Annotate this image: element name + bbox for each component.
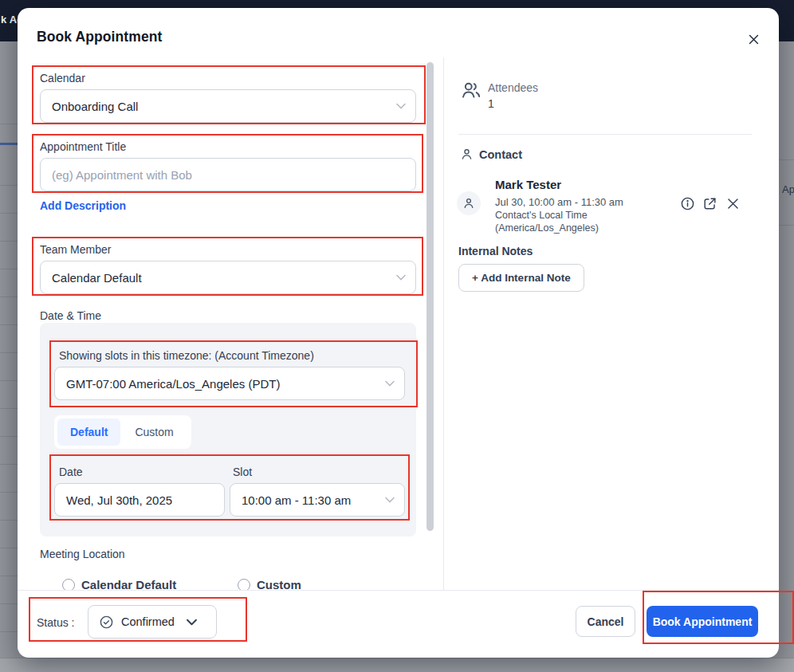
calendar-select-value: Onboarding Call [52,100,138,113]
chevron-down-icon [396,103,406,109]
slot-select-value: 10:00 am - 11:30 am [242,493,351,507]
appointment-title-label: Appointment Title [40,140,126,153]
close-icon[interactable] [741,27,765,51]
background-left-list-rows [0,158,18,672]
calendar-select[interactable]: Onboarding Call [40,89,416,123]
contact-timezone-line2: (America/Los_Angeles) [495,222,599,234]
date-time-section-label: Date & Time [40,309,101,322]
chevron-down-icon [385,497,395,503]
contact-section-label: Contact [479,148,522,161]
timezone-label: Showing slots in this timezone: (Account… [59,349,314,362]
team-member-select-value: Calendar Default [52,271,142,285]
attendees-icon [461,80,482,100]
column-divider [443,57,444,590]
modal-title: Book Appointment [37,29,162,45]
contact-timezone-line1: Contact's Local Time [495,210,588,221]
location-option-label: Calendar Default [81,578,176,590]
info-icon[interactable] [680,196,695,211]
book-appointment-button[interactable]: Book Appointment [647,606,758,637]
meeting-location-options: Calendar Default Custom [40,570,423,590]
location-option-calendar-default[interactable]: Calendar Default [62,578,176,590]
background-right-text: Ap [782,183,794,195]
add-internal-note-button[interactable]: + Add Internal Note [458,264,584,292]
location-option-label: Custom [257,578,301,590]
slot-mode-tabs: Default Custom [54,415,191,449]
contact-icon [460,147,474,161]
check-circle-icon [99,615,114,630]
team-member-select[interactable]: Calendar Default [40,261,416,294]
book-appointment-modal: Book Appointment Calendar Onboarding Cal… [18,8,779,658]
chevron-down-icon [385,380,395,387]
date-label: Date [59,466,83,478]
status-dropdown[interactable]: Confirmed [88,605,217,639]
contact-name: Mark Tester [495,178,561,191]
contact-avatar [457,191,481,215]
slot-select[interactable]: 10:00 am - 11:30 am [230,483,405,517]
left-panel-scrollbar[interactable] [426,62,434,531]
tab-custom[interactable]: Custom [122,419,186,446]
open-contact-icon[interactable] [702,196,717,211]
slot-label: Slot [233,466,252,478]
remove-contact-icon[interactable] [725,196,741,211]
status-label: Status : [37,616,74,629]
cancel-button[interactable]: Cancel [576,606,635,637]
background-message-toolbar: Chars: 0 Segs: 0 Clear Send [0,658,794,672]
team-member-label: Team Member [40,243,111,256]
meeting-location-label: Meeting Location [40,548,125,560]
contact-appointment-time: Jul 30, 10:00 am - 11:30 am [495,196,623,208]
footer-divider [18,590,779,591]
date-input-value: Wed, Jul 30th, 2025 [66,493,172,507]
attendees-count: 1 [488,97,494,110]
background-active-tab-indicator [0,143,18,145]
timezone-select-value: GMT-07:00 America/Los_Angeles (PDT) [66,377,280,391]
status-value: Confirmed [121,615,175,628]
add-description-link[interactable]: Add Description [40,199,126,212]
chevron-down-icon [396,274,406,281]
date-input[interactable]: Wed, Jul 30th, 2025 [54,483,225,517]
background-right-divider [779,225,794,226]
attendees-label: Attendees [488,81,538,94]
radio-icon [62,579,75,591]
timezone-select[interactable]: GMT-07:00 America/Los_Angeles (PDT) [54,367,405,400]
background-right-divider [779,159,794,160]
radio-icon [238,579,250,591]
internal-notes-label: Internal Notes [458,245,533,257]
divider [458,134,752,135]
appointment-title-input[interactable] [40,158,416,191]
calendar-label: Calendar [40,72,85,84]
tab-default[interactable]: Default [57,419,120,446]
background-left-divider [0,124,18,124]
chevron-down-icon [187,619,197,626]
location-option-custom[interactable]: Custom [238,578,301,590]
